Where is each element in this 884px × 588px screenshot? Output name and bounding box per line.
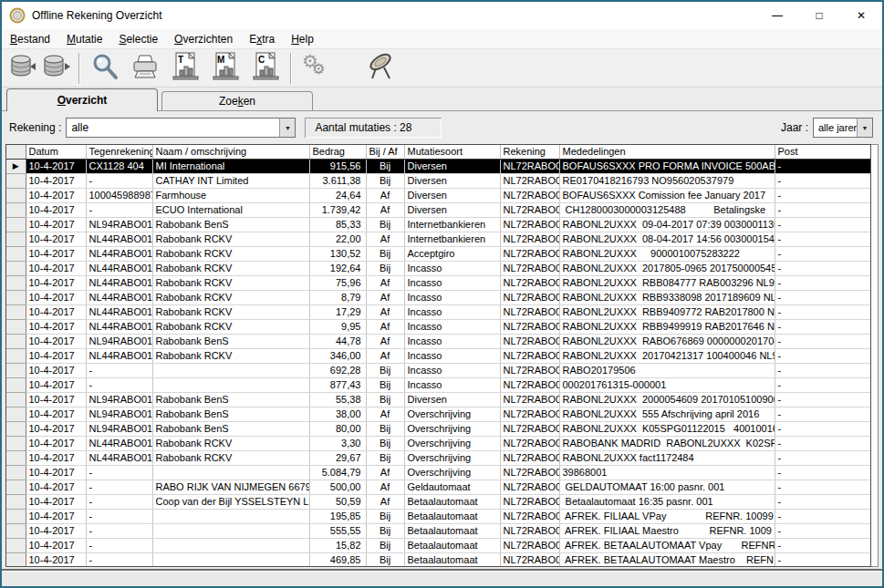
cell-naam-omschrijving[interactable]: Rabobank BenS bbox=[152, 421, 309, 436]
row-selector[interactable] bbox=[6, 232, 26, 246]
cell-post[interactable]: - bbox=[775, 450, 871, 465]
cell-mutatiesoort[interactable]: Geldautomaat bbox=[404, 480, 500, 494]
cell-mededelingen[interactable]: RABONL2UXXX K05SPG01122015 40010016 bbox=[559, 421, 775, 436]
cell-post[interactable]: - bbox=[775, 538, 871, 552]
cell-post[interactable]: - bbox=[775, 465, 871, 480]
cell-mutatiesoort[interactable]: Diversen bbox=[404, 392, 500, 407]
cell-rekening[interactable]: NL72RABO00 bbox=[500, 159, 559, 173]
cell-bij-af[interactable]: Af bbox=[366, 275, 404, 290]
cell-datum[interactable]: 10-4-2017 bbox=[26, 275, 86, 290]
cell-naam-omschrijving[interactable]: Rabobank BenS bbox=[152, 217, 309, 232]
cell-mutatiesoort[interactable]: Incasso bbox=[404, 334, 500, 348]
cell-naam-omschrijving[interactable]: Rabobank RCKV bbox=[152, 304, 309, 319]
cell-rekening[interactable]: NL72RABO00 bbox=[500, 202, 559, 217]
cell-rekening[interactable]: NL72RABO00 bbox=[500, 436, 559, 450]
cell-mededelingen[interactable]: RABONL2UXXX 2000054609 20170105100900 bbox=[559, 392, 775, 407]
cell-post[interactable]: - bbox=[775, 261, 871, 275]
cell-mutatiesoort[interactable]: Incasso bbox=[404, 304, 500, 319]
cell-post[interactable]: - bbox=[775, 173, 871, 188]
cell-bij-af[interactable]: Af bbox=[366, 348, 404, 363]
cell-tegenrekening[interactable]: - bbox=[86, 202, 152, 217]
cell-tegenrekening[interactable]: - bbox=[86, 173, 152, 188]
cell-mutatiesoort[interactable]: Diversen bbox=[404, 188, 500, 202]
cell-mutatiesoort[interactable]: Internetbankieren bbox=[404, 232, 500, 246]
cell-bedrag[interactable]: 3.611,38 bbox=[309, 173, 366, 188]
cell-datum[interactable]: 10-4-2017 bbox=[26, 377, 86, 392]
cell-tegenrekening[interactable]: NL94RABO0104 bbox=[86, 217, 152, 232]
col-header-tegenrekening[interactable]: Tegenrekening bbox=[86, 145, 152, 159]
cell-naam-omschrijving[interactable] bbox=[152, 538, 309, 552]
menu-extra[interactable]: Extra bbox=[241, 31, 283, 47]
cell-rekening[interactable]: NL72RABO00 bbox=[500, 363, 559, 377]
cell-tegenrekening[interactable]: - bbox=[86, 494, 152, 509]
cell-bij-af[interactable]: Af bbox=[366, 465, 404, 480]
cell-naam-omschrijving[interactable]: MI International bbox=[152, 159, 309, 173]
cell-bij-af[interactable]: Bij bbox=[366, 246, 404, 261]
row-selector[interactable] bbox=[6, 363, 26, 377]
cell-datum[interactable]: 10-4-2017 bbox=[26, 392, 86, 407]
cell-mededelingen[interactable]: RABONL2UXXX 9000010075283222 bbox=[559, 246, 775, 261]
cell-mededelingen[interactable]: RABONL2UXXX 555 Afschrijving april 2016 bbox=[559, 407, 775, 421]
cell-bedrag[interactable]: 195,85 bbox=[309, 509, 366, 523]
row-selector[interactable] bbox=[6, 334, 26, 348]
chevron-down-icon[interactable]: ▼ bbox=[857, 119, 872, 137]
table-row[interactable]: 10-4-2017NL44RABO0123Rabobank RCKV9,95Af… bbox=[6, 319, 871, 334]
cell-bij-af[interactable]: Af bbox=[366, 202, 404, 217]
cell-bij-af[interactable]: Bij bbox=[366, 552, 404, 567]
cell-mededelingen[interactable]: GELDAUTOMAAT 16:00 pasnr. 001 bbox=[559, 480, 775, 494]
cell-bij-af[interactable]: Bij bbox=[366, 509, 404, 523]
cell-post[interactable]: - bbox=[775, 407, 871, 421]
cell-bedrag[interactable]: 192,64 bbox=[309, 261, 366, 275]
cell-rekening[interactable]: NL72RABO00 bbox=[500, 290, 559, 304]
cell-tegenrekening[interactable]: NL44RABO0123 bbox=[86, 450, 152, 465]
cell-tegenrekening[interactable]: NL44RABO0123 bbox=[86, 290, 152, 304]
chevron-down-icon[interactable]: ▼ bbox=[279, 119, 295, 137]
row-selector[interactable] bbox=[6, 275, 26, 290]
cell-naam-omschrijving[interactable] bbox=[152, 552, 309, 567]
cell-post[interactable]: - bbox=[775, 552, 871, 567]
cell-post[interactable]: - bbox=[775, 523, 871, 538]
cell-tegenrekening[interactable]: - bbox=[86, 552, 152, 567]
cell-bedrag[interactable]: 22,00 bbox=[309, 232, 366, 246]
row-selector[interactable] bbox=[6, 290, 26, 304]
next-account-button[interactable] bbox=[39, 51, 74, 86]
cell-bij-af[interactable]: Bij bbox=[366, 392, 404, 407]
cell-naam-omschrijving[interactable]: Rabobank RCKV bbox=[152, 232, 309, 246]
cell-datum[interactable]: 10-4-2017 bbox=[26, 290, 86, 304]
cell-naam-omschrijving[interactable] bbox=[152, 377, 309, 392]
cell-naam-omschrijving[interactable]: Rabobank RCKV bbox=[152, 348, 309, 363]
cell-bedrag[interactable]: 877,43 bbox=[309, 377, 366, 392]
cell-datum[interactable]: 10-4-2017 bbox=[26, 509, 86, 523]
table-row[interactable]: 10-4-2017NL44RABO0123Rabobank RCKV192,64… bbox=[6, 261, 871, 275]
cell-rekening[interactable]: NL72RABO00 bbox=[500, 188, 559, 202]
cell-bedrag[interactable]: 3,30 bbox=[309, 436, 366, 450]
cell-mededelingen[interactable]: RABONL2UXXX RBB9409772 RAB2017800 NL bbox=[559, 304, 775, 319]
cell-mutatiesoort[interactable]: Overschrijving bbox=[404, 450, 500, 465]
cell-post[interactable]: - bbox=[775, 392, 871, 407]
cell-mededelingen[interactable]: BOFAUS6SXXX Comission fee January 2017 7 bbox=[559, 188, 775, 202]
cell-datum[interactable]: 10-4-2017 bbox=[26, 407, 86, 421]
cell-naam-omschrijving[interactable]: Rabobank RCKV bbox=[152, 319, 309, 334]
cell-post[interactable]: - bbox=[775, 421, 871, 436]
cell-rekening[interactable]: NL72RABO00 bbox=[500, 232, 559, 246]
maximize-button[interactable]: □ bbox=[798, 2, 840, 29]
cell-datum[interactable]: 10-4-2017 bbox=[26, 202, 86, 217]
cell-datum[interactable]: 10-4-2017 bbox=[26, 450, 86, 465]
cell-mededelingen[interactable]: RABONL2UXXX RBB084777 RAB003296 NL99 bbox=[559, 275, 775, 290]
cell-bedrag[interactable]: 50,59 bbox=[309, 494, 366, 509]
cell-naam-omschrijving[interactable]: Rabobank RCKV bbox=[152, 246, 309, 261]
menu-selectie[interactable]: Selectie bbox=[110, 31, 166, 47]
cell-bij-af[interactable]: Af bbox=[366, 188, 404, 202]
cell-bedrag[interactable]: 85,33 bbox=[309, 217, 366, 232]
table-row[interactable]: 10-4-2017NL94RABO0104Rabobank BenS85,33B… bbox=[6, 217, 871, 232]
cell-datum[interactable]: 10-4-2017 bbox=[26, 188, 86, 202]
cell-rekening[interactable]: NL72RABO00 bbox=[500, 480, 559, 494]
table-row[interactable]: ▶10-4-2017CX1128 404MI International915,… bbox=[6, 159, 871, 173]
cell-post[interactable]: - bbox=[775, 348, 871, 363]
coin-app-icon[interactable] bbox=[9, 7, 26, 24]
col-header-post[interactable]: Post bbox=[775, 145, 871, 159]
cell-bij-af[interactable]: Af bbox=[366, 304, 404, 319]
cell-datum[interactable]: 10-4-2017 bbox=[26, 246, 86, 261]
cell-bij-af[interactable]: Bij bbox=[366, 217, 404, 232]
table-row[interactable]: 10-4-2017-CATHAY INT Limited3.611,38BijD… bbox=[6, 173, 871, 188]
